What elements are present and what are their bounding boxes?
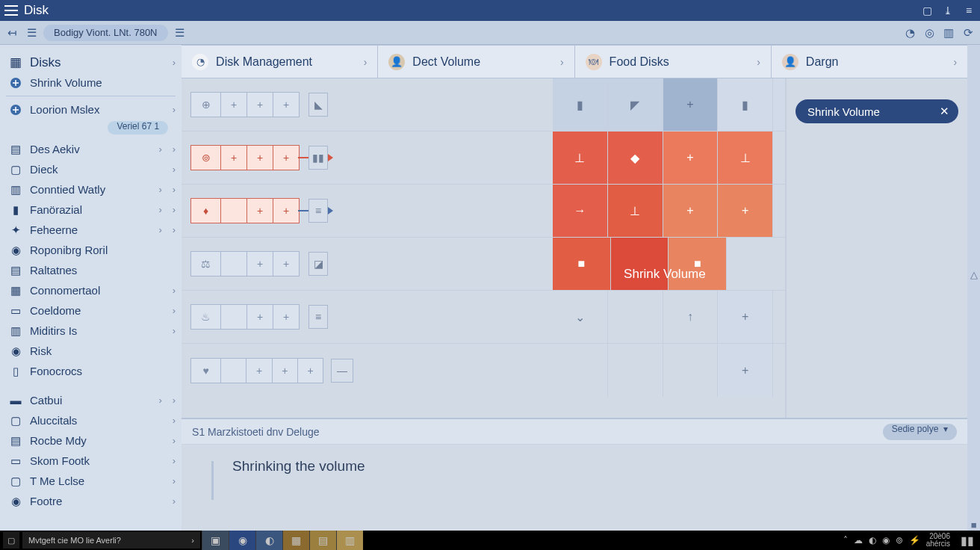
taskbar-search[interactable]: Mvtgeft cie MO lie Averli? ›	[22, 532, 200, 549]
back-icon[interactable]: ↤	[4, 25, 19, 40]
tile[interactable]: ⊥	[718, 132, 773, 184]
sidebar-item[interactable]: ▤Raltatnes	[0, 260, 182, 280]
tile[interactable]: +	[663, 185, 719, 237]
clock[interactable]: 20è06ahércis	[926, 533, 950, 548]
tile[interactable]: ↑	[663, 291, 719, 343]
start-button[interactable]: ▢	[3, 532, 19, 549]
sidebar-item[interactable]: ▥Miditirs Is›	[0, 321, 182, 341]
tile[interactable]	[608, 344, 663, 397]
sidebar-item[interactable]: ▭Skom Footk›	[0, 451, 182, 471]
row-box[interactable]: ⊚+++	[190, 145, 300, 170]
tray-icon[interactable]: ◉	[882, 535, 890, 546]
tile[interactable]	[663, 344, 719, 397]
pause-icon[interactable]: ▮▮	[961, 534, 974, 548]
tile[interactable]: →	[553, 185, 608, 237]
tile[interactable]: +	[718, 185, 773, 237]
tile[interactable]	[608, 291, 663, 343]
tray-icon[interactable]: ☁	[854, 535, 863, 546]
tray-icon[interactable]: ⊚	[896, 535, 903, 546]
tile[interactable]	[773, 185, 785, 237]
sidebar-item[interactable]: ◉Roponibrg Roril	[0, 240, 182, 260]
sidebar-head-disks[interactable]: ▦ Disks ›	[0, 52, 182, 72]
tray-icon[interactable]: ◐	[869, 535, 876, 546]
row-box[interactable]: ♥+++	[190, 358, 323, 383]
row-box[interactable]: ♨++	[190, 304, 300, 330]
chip[interactable]: ≡	[308, 305, 328, 329]
tile[interactable]	[611, 238, 669, 290]
col-food-disks[interactable]: 🍽Food Disks›	[575, 46, 772, 78]
tile[interactable]: ⌄	[553, 291, 608, 343]
tile[interactable]: +	[663, 78, 719, 131]
taskbar-app[interactable]: ▣	[202, 531, 229, 550]
list-icon[interactable]: ☰	[24, 25, 39, 40]
row-box[interactable]: ⊕+++	[190, 92, 300, 117]
row-box[interactable]: ♦++	[190, 198, 300, 223]
tile[interactable]: ■	[553, 238, 611, 290]
notification-icon[interactable]: ◔	[902, 25, 917, 40]
sidebar-item[interactable]: ▤Rocbe Mdy›	[0, 430, 182, 451]
taskbar-app[interactable]: ▤	[309, 531, 336, 550]
sidebar-shrink-volume[interactable]: Shrink Volume	[0, 72, 182, 93]
close-icon[interactable]: ✕	[940, 105, 949, 118]
window-down-icon[interactable]: ⤓	[941, 4, 955, 17]
sidebar-item[interactable]: ▭Coeldome›	[0, 300, 182, 321]
tile[interactable]: ■	[669, 238, 727, 290]
shrink-volume-tag[interactable]: Shrink Volume ✕	[796, 99, 958, 123]
taskbar-app[interactable]: ◐	[255, 531, 282, 550]
path-chip[interactable]: Bodigy Viont. LNt. 780N	[43, 25, 168, 41]
sidebar-item[interactable]: ◉Risk	[0, 341, 182, 361]
square-icon: ▢	[9, 414, 22, 427]
tile[interactable]	[773, 78, 785, 131]
tile[interactable]	[773, 132, 785, 184]
sidebar-item[interactable]: ▬Catbui››	[0, 390, 182, 410]
sidebar-item[interactable]: ▢Aluccitals›	[0, 410, 182, 430]
triangle-icon[interactable]: △	[970, 269, 978, 280]
tile[interactable]: ▮	[718, 78, 773, 131]
tile[interactable]: +	[718, 291, 773, 343]
chip[interactable]: ◪	[308, 252, 328, 276]
tile[interactable]: ▮	[553, 78, 608, 131]
sidebar-item[interactable]: ▮Fanörazial››	[0, 200, 182, 220]
menu-icon[interactable]	[4, 5, 18, 16]
taskbar-app[interactable]: ▥	[336, 531, 363, 550]
sidebar-item[interactable]: ✦Feheerne››	[0, 220, 182, 240]
sidebar-loorion[interactable]: Loorion Mslex ›	[0, 99, 182, 120]
sidebar-item[interactable]: ▢Dieck›	[0, 159, 182, 179]
chip[interactable]: ≡	[308, 199, 328, 223]
taskbar-app[interactable]: ◉	[229, 531, 255, 550]
tile[interactable]: +	[718, 344, 773, 397]
tile[interactable]: ⊥	[608, 185, 663, 237]
sidebar-item[interactable]: ▢T Me Lclse›	[0, 471, 182, 491]
target-icon[interactable]: ◎	[922, 25, 937, 40]
tile[interactable]	[553, 344, 608, 397]
window-more-icon[interactable]: ≡	[962, 4, 976, 17]
col-dect-volume[interactable]: 👤Dect Volume›	[378, 46, 574, 78]
col-disk-management[interactable]: ◔Disk Management›	[182, 46, 378, 78]
chip[interactable]: —	[331, 359, 353, 383]
sidebar-item[interactable]: ▤Des Aekiv››	[0, 139, 182, 159]
grid-icon[interactable]: ▥	[941, 25, 956, 40]
row-box[interactable]: ⚖++	[190, 251, 300, 276]
refresh-icon[interactable]: ⟳	[961, 25, 976, 40]
system-tray[interactable]: ˄ ☁ ◐ ◉ ⊚ ⚡ 20è06ahércis ▮▮	[843, 533, 980, 548]
sidebar-item[interactable]: ▦Connomertaol›	[0, 280, 182, 300]
puzzle-icon: ▦	[9, 284, 22, 297]
sidebar-item[interactable]: ▥Conntied Watly››	[0, 179, 182, 200]
chip[interactable]: ◣	[308, 93, 328, 117]
tile[interactable]: ⊥	[553, 132, 608, 184]
tile[interactable]: ◤	[608, 78, 663, 131]
panel-chip[interactable]: Sedie polye ▾	[883, 424, 957, 440]
sidebar-item[interactable]: ◉Footre›	[0, 491, 182, 511]
tray-icon[interactable]: ⚡	[909, 535, 920, 546]
tile[interactable]: ◆	[608, 132, 663, 184]
tray-icon[interactable]: ˄	[843, 535, 848, 546]
col-dargn[interactable]: 👤Dargn›	[772, 46, 967, 78]
chip[interactable]: ▮▮	[308, 146, 328, 170]
taskbar-app[interactable]: ▦	[282, 531, 309, 550]
sidebar-item[interactable]: ▯Fonocrocs	[0, 361, 182, 381]
right-gutter[interactable]: △ ■	[967, 45, 980, 531]
toolbar-menu-icon[interactable]: ☰	[173, 25, 187, 40]
tile[interactable]	[727, 238, 785, 290]
window-minimize-icon[interactable]: ▢	[920, 4, 934, 17]
tile[interactable]: +	[663, 132, 719, 184]
